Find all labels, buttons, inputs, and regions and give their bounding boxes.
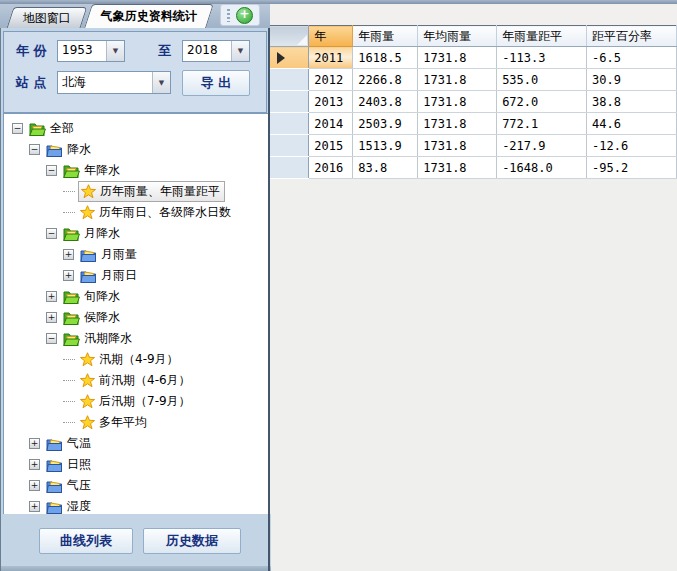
data-cell[interactable]: 1731.8 (418, 69, 497, 91)
tree-node[interactable]: + 月雨量 (4, 244, 268, 265)
expand-icon[interactable]: + (29, 501, 40, 512)
data-cell[interactable]: 1513.9 (353, 135, 418, 157)
data-cell[interactable]: 2403.8 (353, 91, 418, 113)
data-cell[interactable]: -113.3 (497, 47, 587, 69)
row-header-cell[interactable] (270, 47, 309, 69)
collapse-icon[interactable]: − (46, 333, 57, 344)
data-cell[interactable]: 1731.8 (418, 47, 497, 69)
export-button[interactable]: 导 出 (182, 70, 250, 96)
data-cell[interactable]: 672.0 (497, 91, 587, 113)
data-cell[interactable]: -217.9 (497, 135, 587, 157)
tree-node-body[interactable]: 年降水 (61, 161, 124, 180)
tree-node[interactable]: 历年雨量、年雨量距平 (4, 181, 268, 202)
tree-node-body[interactable]: 旬降水 (61, 287, 124, 306)
row-header-cell[interactable] (270, 157, 309, 179)
data-cell[interactable]: 44.6 (587, 113, 677, 135)
row-header-cell[interactable] (270, 113, 309, 135)
column-header[interactable]: 年均雨量 (418, 26, 497, 47)
tree-node[interactable]: 历年雨日、各级降水日数 (4, 202, 268, 223)
year-from-select[interactable]: 1953 ▼ (57, 40, 125, 62)
tree-node[interactable]: 后汛期（7-9月） (4, 391, 268, 412)
tree-node[interactable]: − 年降水 (4, 160, 268, 181)
tree-node[interactable]: + 月雨日 (4, 265, 268, 286)
data-cell[interactable]: 2503.9 (353, 113, 418, 135)
expand-icon[interactable]: + (29, 480, 40, 491)
tree-node-body[interactable]: 侯降水 (61, 308, 124, 327)
tree-node[interactable]: + 气压 (4, 475, 268, 496)
tree-node-body[interactable]: 气温 (44, 434, 95, 453)
tree-node-body[interactable]: 历年雨日、各级降水日数 (78, 203, 235, 222)
expand-icon[interactable]: + (63, 249, 74, 260)
tree-node[interactable]: + 湿度 (4, 496, 268, 514)
data-cell[interactable]: 1731.8 (418, 91, 497, 113)
year-to-select[interactable]: 2018 ▼ (182, 40, 250, 62)
tree-node-body[interactable]: 后汛期（7-9月） (78, 392, 195, 411)
data-cell[interactable]: 535.0 (497, 69, 587, 91)
data-cell[interactable]: 2266.8 (353, 69, 418, 91)
tree-node[interactable]: − 汛期降水 (4, 328, 268, 349)
column-header[interactable]: 年 (309, 26, 353, 47)
data-cell[interactable]: 1731.8 (418, 113, 497, 135)
column-header[interactable]: 距平百分率 (587, 26, 677, 47)
collapse-icon[interactable]: − (46, 165, 57, 176)
tree-node[interactable]: + 侯降水 (4, 307, 268, 328)
data-cell[interactable]: 1731.8 (418, 157, 497, 179)
data-cell[interactable]: 83.8 (353, 157, 418, 179)
row-header-cell[interactable] (270, 69, 309, 91)
chevron-down-icon[interactable]: ▼ (106, 41, 124, 61)
tree-node[interactable]: − 全部 (4, 118, 268, 139)
tree-node-body[interactable]: 湿度 (44, 497, 95, 514)
tree-node-body[interactable]: 前汛期（4-6月） (78, 371, 195, 390)
expand-icon[interactable]: + (29, 438, 40, 449)
column-header[interactable]: 年雨量 (353, 26, 418, 47)
station-select[interactable]: 北海 ▼ (57, 71, 171, 94)
tab-weather-history-statistics[interactable]: 气象历史资料统计 (84, 4, 214, 28)
data-cell[interactable]: -6.5 (587, 47, 677, 69)
data-cell[interactable]: 2011 (309, 47, 353, 69)
collapse-icon[interactable]: − (12, 123, 23, 134)
tree-node[interactable]: − 降水 (4, 139, 268, 160)
expand-icon[interactable]: + (29, 459, 40, 470)
tree-node-body[interactable]: 气压 (44, 476, 95, 495)
add-tab-button[interactable]: + (220, 4, 260, 26)
tree-node-body[interactable]: 汛期（4-9月） (78, 350, 183, 369)
tree-node-body[interactable]: 降水 (44, 140, 95, 159)
tree-node[interactable]: 前汛期（4-6月） (4, 370, 268, 391)
tree-node[interactable]: 汛期（4-9月） (4, 349, 268, 370)
data-cell[interactable]: -1648.0 (497, 157, 587, 179)
tree-node[interactable]: 多年平均 (4, 412, 268, 433)
tree-node-body[interactable]: 汛期降水 (61, 329, 136, 348)
collapse-icon[interactable]: − (46, 228, 57, 239)
data-cell[interactable]: -95.2 (587, 157, 677, 179)
tree-node-selected[interactable]: 历年雨量、年雨量距平 (78, 181, 225, 202)
tree-node-body[interactable]: 日照 (44, 455, 95, 474)
expand-icon[interactable]: + (46, 291, 57, 302)
tree-node-body[interactable]: 月降水 (61, 224, 124, 243)
history-data-button[interactable]: 历史数据 (143, 528, 241, 554)
tree-node-body[interactable]: 多年平均 (78, 413, 151, 432)
data-cell[interactable]: -12.6 (587, 135, 677, 157)
data-cell[interactable]: 1618.5 (353, 47, 418, 69)
tree-node[interactable]: + 旬降水 (4, 286, 268, 307)
data-cell[interactable]: 30.9 (587, 69, 677, 91)
data-cell[interactable]: 2013 (309, 91, 353, 113)
chevron-down-icon[interactable]: ▼ (152, 72, 170, 93)
data-cell[interactable]: 38.8 (587, 91, 677, 113)
row-header-cell[interactable] (270, 91, 309, 113)
row-header-cell[interactable] (270, 135, 309, 157)
column-header[interactable]: 年雨量距平 (497, 26, 587, 47)
tree-node[interactable]: − 月降水 (4, 223, 268, 244)
expand-icon[interactable]: + (46, 312, 57, 323)
tree-node[interactable]: + 日照 (4, 454, 268, 475)
tree-node-body[interactable]: 月雨日 (78, 266, 141, 285)
collapse-icon[interactable]: − (29, 144, 40, 155)
select-all-corner-cell[interactable] (270, 26, 309, 47)
tree-node-body[interactable]: 月雨量 (78, 245, 141, 264)
curve-list-button[interactable]: 曲线列表 (39, 528, 133, 554)
tree-node[interactable]: + 气温 (4, 433, 268, 454)
data-cell[interactable]: 1731.8 (418, 135, 497, 157)
data-cell[interactable]: 2015 (309, 135, 353, 157)
chevron-down-icon[interactable]: ▼ (231, 41, 249, 61)
tree-node-body[interactable]: 全部 (27, 119, 78, 138)
data-cell[interactable]: 2016 (309, 157, 353, 179)
